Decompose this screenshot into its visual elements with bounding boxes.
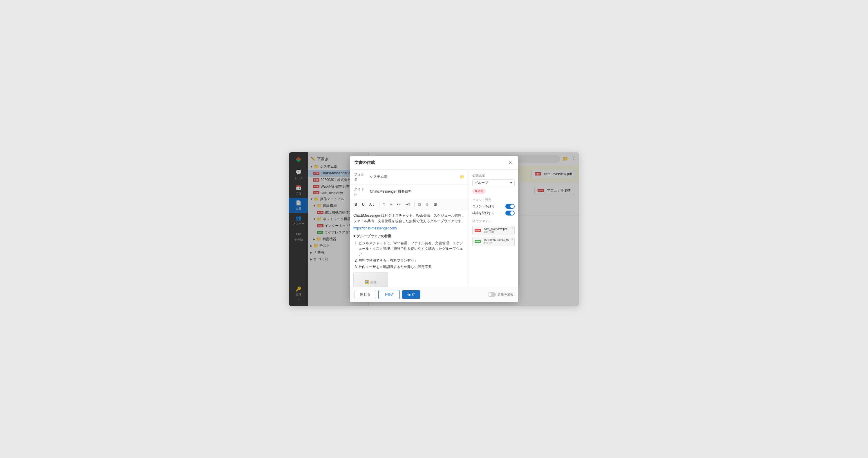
modal-left-panel: フォルダ システム部 📁 タイトル B U A：	[350, 170, 469, 287]
app-window: 💬 トーク 📅 予定 📄 文書 👥 メンバー ••• その他 🔑 管理 › ✏️	[289, 152, 579, 306]
title-input[interactable]	[370, 190, 464, 194]
folder-label: フォルダ	[354, 172, 367, 182]
attachments-title: 添付ファイル	[472, 219, 515, 223]
modal-overlay: 文書の作成 × フォルダ システム部 📁 タイトル	[289, 152, 579, 306]
draft-button[interactable]: 下書き	[378, 290, 400, 299]
font-button[interactable]: A：	[368, 201, 377, 208]
toolbar-divider	[379, 202, 379, 207]
create-document-modal: 文書の作成 × フォルダ システム部 📁 タイトル	[350, 156, 518, 302]
modal-title: 文書の作成	[354, 160, 375, 165]
editor-toolbar: B U A： ¶ ≡ •≡ ⇥¶ □ ☺ ⊞	[350, 199, 468, 210]
modal-right-panel: 公開設定 グループ 全体 個人 商品部 コメント設定 コメントを許可	[469, 170, 518, 287]
confirm-record-toggle[interactable]	[505, 211, 515, 215]
bullet-list-button[interactable]: •≡	[395, 201, 402, 207]
indent-button[interactable]: ⇥¶	[404, 201, 412, 207]
group-select[interactable]: グループ 全体 個人	[472, 179, 515, 186]
allow-comment-row: コメントを許可	[472, 204, 515, 209]
folder-picker-icon[interactable]: 📁	[460, 175, 464, 179]
title-row: タイトル	[350, 184, 468, 199]
editor-list-item-2: 無料で利用できる（有料プラン有り）	[359, 258, 465, 263]
save-button[interactable]: 保 存	[402, 291, 421, 299]
att-2-info: 1635939764693.pn 715 KB	[484, 238, 508, 245]
att-pdf-badge: PDF	[475, 229, 481, 232]
notify-row: 更新を通知	[488, 293, 514, 297]
folder-row: フォルダ システム部 📁	[350, 170, 468, 184]
notify-toggle[interactable]	[488, 293, 496, 297]
editor-intro: Chat&Messenger はビジネスチャット、Web会議、スケジュール管理、…	[353, 213, 465, 224]
confirm-record-label: 確認を記録する	[472, 211, 495, 215]
att-img-badge: IMG	[475, 240, 481, 243]
att-1-close[interactable]: ×	[512, 226, 513, 230]
comment-section-title: コメント設定	[472, 198, 515, 202]
editor-list-item-3: 社内ユーザを自動認識するため難しい設定不要	[359, 264, 465, 270]
editor-url[interactable]: https://chat-messenger.com/	[353, 226, 397, 230]
ordered-list-button[interactable]: ≡	[388, 201, 394, 208]
modal-header: 文書の作成 ×	[350, 156, 518, 170]
att-1-name: cam_overview.pdf	[484, 227, 507, 231]
modal-body: フォルダ システム部 📁 タイトル B U A：	[350, 170, 518, 287]
modal-close-button[interactable]: ×	[507, 159, 514, 166]
confirm-record-row: 確認を記録する	[472, 211, 515, 215]
attachment-1: PDF cam_overview.pdf 4001 KB ×	[472, 226, 515, 235]
underline-button[interactable]: U	[360, 201, 366, 207]
att-2-name: 1635939764693.pn	[484, 238, 508, 242]
emoji-button[interactable]: ☺	[424, 201, 431, 207]
editor-list-item-1: ビジネスチャットに、Web会議、ファイル共有、文書管理、スケジュール・タスク管理…	[359, 240, 465, 257]
att-1-info: cam_overview.pdf 4001 KB	[484, 227, 507, 234]
table-button[interactable]: ⊞	[432, 201, 439, 207]
publish-section-title: 公開設定	[472, 173, 515, 178]
att-1-size: 4001 KB	[484, 231, 507, 234]
folder-value: システム部	[370, 174, 457, 179]
editor-section-title: ■ グループウェアの特徴	[353, 234, 391, 238]
att-2-close[interactable]: ×	[512, 238, 513, 241]
pink-tag: 商品部	[472, 188, 486, 194]
close-button[interactable]: 閉じる	[354, 290, 376, 299]
allow-comment-toggle[interactable]	[505, 204, 515, 209]
allow-comment-label: コメントを許可	[472, 204, 495, 209]
notify-label: 更新を通知	[498, 293, 514, 297]
toolbar-divider-2	[414, 202, 414, 207]
bold-button[interactable]: B	[353, 201, 359, 207]
paragraph-button[interactable]: ¶	[381, 201, 387, 207]
editor-image-preview: 🖼️ 画像	[353, 272, 388, 287]
att-2-size: 715 KB	[484, 242, 508, 245]
title-label: タイトル	[354, 187, 367, 197]
modal-footer: 閉じる 下書き 保 存 更新を通知	[350, 287, 518, 302]
attachment-section: PDF cam_overview.pdf 4001 KB × IMG 16359…	[472, 226, 515, 246]
insert-doc-button[interactable]: □	[416, 201, 423, 207]
attachment-2: IMG 1635939764693.pn 715 KB ×	[472, 237, 515, 246]
editor-content[interactable]: Chat&Messenger はビジネスチャット、Web会議、スケジュール管理、…	[350, 210, 468, 287]
